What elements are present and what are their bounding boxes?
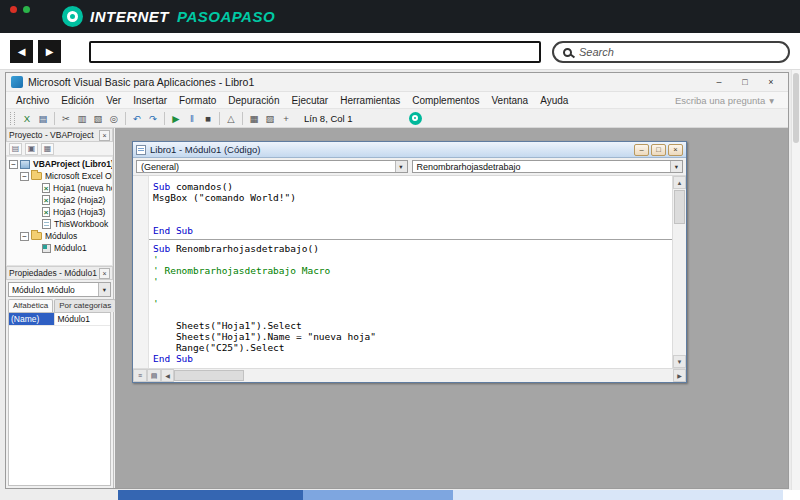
mdi-area: Libro1 - Módulo1 (Código) – □ × (General… bbox=[115, 128, 788, 488]
copy-icon[interactable]: ▥ bbox=[74, 111, 90, 126]
horizontal-scroll-track[interactable] bbox=[244, 369, 673, 382]
menu-item-ejecutar[interactable]: Ejecutar bbox=[285, 94, 334, 107]
property-row[interactable]: (Name) Módulo1 bbox=[9, 313, 110, 326]
save-icon[interactable]: ▤ bbox=[35, 111, 51, 126]
procedure-combo-dropdown-icon[interactable]: ▾ bbox=[670, 161, 682, 172]
menu-item-ayuda[interactable]: Ayuda bbox=[534, 94, 574, 107]
tree-item-microsoft-excel-objetos[interactable]: −Microsoft Excel Objetos bbox=[7, 170, 112, 182]
back-button[interactable]: ◀ bbox=[10, 40, 33, 63]
code-margin-strip bbox=[133, 176, 149, 368]
object-selector-combo[interactable]: Módulo1 Módulo ▾ bbox=[8, 282, 111, 297]
expand-toggle-icon[interactable]: − bbox=[20, 172, 29, 181]
code-main: Sub comandos()MsgBox ("comando World!")E… bbox=[133, 176, 686, 368]
ask-question-box[interactable]: Escriba una pregunta ▾ bbox=[675, 95, 788, 106]
menu-item-edición[interactable]: Edición bbox=[55, 94, 100, 107]
menu-item-formato[interactable]: Formato bbox=[173, 94, 222, 107]
procedure-combo[interactable]: Renombrarhojasdetrabajo ▾ bbox=[412, 160, 684, 173]
combo-dropdown-icon[interactable]: ▾ bbox=[98, 283, 110, 296]
close-button[interactable]: × bbox=[759, 75, 783, 90]
property-name-cell[interactable]: (Name) bbox=[9, 313, 55, 325]
code-editor[interactable]: Sub comandos()MsgBox ("comando World!")E… bbox=[149, 176, 672, 368]
project-explorer-icon[interactable]: ▦ bbox=[246, 111, 262, 126]
reset-icon[interactable]: ■ bbox=[200, 111, 216, 126]
properties-panel-close-icon[interactable]: × bbox=[99, 268, 110, 279]
code-bottom-bar: ≡ ▤ ◀ ▶ bbox=[133, 368, 686, 382]
maximize-button[interactable]: □ bbox=[733, 75, 757, 90]
menu-item-complementos[interactable]: Complementos bbox=[406, 94, 485, 107]
menu-item-herramientas[interactable]: Herramientas bbox=[334, 94, 406, 107]
scroll-left-icon[interactable]: ◀ bbox=[161, 369, 174, 382]
view-code-icon[interactable]: ▤ bbox=[9, 143, 22, 155]
code-line-10: ' bbox=[153, 276, 670, 287]
code-close-button[interactable]: × bbox=[668, 144, 683, 156]
tree-item-modulos[interactable]: −Módulos bbox=[7, 230, 112, 242]
procedure-view-button[interactable]: ≡ bbox=[133, 369, 147, 382]
horizontal-scroll-thumb[interactable] bbox=[174, 370, 244, 381]
tab-por-categorias[interactable]: Por categorías bbox=[54, 299, 116, 312]
menu-item-archivo[interactable]: Archivo bbox=[10, 94, 55, 107]
project-panel-close-icon[interactable]: × bbox=[99, 130, 110, 141]
page-scroll-thumb[interactable] bbox=[793, 73, 799, 143]
forward-button[interactable]: ▶ bbox=[38, 40, 61, 63]
tree-item-hoja1[interactable]: Hoja1 (nueva hoja) bbox=[7, 182, 112, 194]
vertical-scroll-track[interactable] bbox=[673, 225, 686, 355]
code-maximize-button[interactable]: □ bbox=[651, 144, 666, 156]
break-icon[interactable]: ‖ bbox=[184, 111, 200, 126]
property-value-cell[interactable]: Módulo1 bbox=[55, 313, 110, 325]
minimize-button[interactable]: – bbox=[707, 75, 731, 90]
run-icon[interactable]: ▶ bbox=[168, 111, 184, 126]
vertical-scroll-thumb[interactable] bbox=[674, 190, 685, 224]
code-text: ' Renombrarhojasdetrabajo Macro bbox=[153, 265, 330, 276]
tree-item-thisworkbook[interactable]: ThisWorkbook bbox=[7, 218, 112, 230]
paste-icon[interactable]: ▧ bbox=[90, 111, 106, 126]
tree-item-label: VBAProject (Libro1) bbox=[33, 159, 113, 169]
page-scrollbar[interactable] bbox=[791, 70, 800, 500]
menu-item-insertar[interactable]: Insertar bbox=[127, 94, 173, 107]
toolbar-icons: X▤✂▥▧◎↶↷▶‖■△▦▨+ bbox=[19, 111, 294, 126]
scroll-down-icon[interactable]: ▼ bbox=[673, 355, 686, 368]
code-minimize-button[interactable]: – bbox=[634, 144, 649, 156]
procedure-separator bbox=[149, 239, 672, 240]
full-module-view-button[interactable]: ▤ bbox=[147, 369, 161, 382]
search-box[interactable] bbox=[552, 41, 790, 63]
toolbar-separator bbox=[242, 112, 243, 125]
left-column: Proyecto - VBAProject × ▤▣▦ −VBAProject … bbox=[6, 128, 114, 488]
menu-item-ventana[interactable]: Ventana bbox=[485, 94, 534, 107]
expand-toggle-icon[interactable]: − bbox=[9, 160, 18, 169]
scroll-up-icon[interactable]: ▲ bbox=[673, 176, 686, 189]
toggle-folders-icon[interactable]: ▦ bbox=[41, 143, 54, 155]
menu-item-depuración[interactable]: Depuración bbox=[222, 94, 285, 107]
code-line-15: Sheets("Hoja1").Name = "nueva hoja" bbox=[153, 331, 670, 342]
code-line-4 bbox=[153, 214, 670, 225]
bottom-strip-segment bbox=[303, 490, 453, 500]
design-mode-icon[interactable]: △ bbox=[223, 111, 239, 126]
code-text: ' bbox=[153, 298, 159, 309]
tab-alfabetica[interactable]: Alfabética bbox=[8, 299, 53, 312]
search-input[interactable] bbox=[579, 46, 779, 58]
expand-toggle-icon[interactable]: − bbox=[20, 232, 29, 241]
cut-icon[interactable]: ✂ bbox=[58, 111, 74, 126]
find-icon[interactable]: ◎ bbox=[106, 111, 122, 126]
code-window-titlebar[interactable]: Libro1 - Módulo1 (Código) – □ × bbox=[133, 142, 686, 158]
excel-view-icon[interactable]: X bbox=[19, 111, 35, 126]
scroll-right-icon[interactable]: ▶ bbox=[673, 369, 686, 382]
tree-item-hoja3[interactable]: Hoja3 (Hoja3) bbox=[7, 206, 112, 218]
logo-icon bbox=[62, 6, 83, 27]
toolbar-separator bbox=[164, 112, 165, 125]
tree-item-modulo1[interactable]: Módulo1 bbox=[7, 242, 112, 254]
view-object-icon[interactable]: ▣ bbox=[25, 143, 38, 155]
address-input[interactable] bbox=[89, 41, 541, 63]
tree-item-vbaproject-root[interactable]: −VBAProject (Libro1) bbox=[7, 158, 112, 170]
code-line-16: Range("C25").Select bbox=[153, 342, 670, 353]
menu-item-ver[interactable]: Ver bbox=[100, 94, 127, 107]
properties-window-icon[interactable]: ▨ bbox=[262, 111, 278, 126]
object-combo[interactable]: (General) ▾ bbox=[136, 160, 408, 173]
tree-item-label: Hoja2 (Hoja2) bbox=[53, 195, 105, 205]
object-combo-dropdown-icon[interactable]: ▾ bbox=[395, 161, 407, 172]
tree-item-hoja2[interactable]: Hoja2 (Hoja2) bbox=[7, 194, 112, 206]
toolbox-icon[interactable]: + bbox=[278, 111, 294, 126]
redo-icon[interactable]: ↷ bbox=[145, 111, 161, 126]
undo-icon[interactable]: ↶ bbox=[129, 111, 145, 126]
red-dot-icon bbox=[10, 6, 17, 13]
toolbar-drag-handle[interactable] bbox=[10, 112, 15, 125]
